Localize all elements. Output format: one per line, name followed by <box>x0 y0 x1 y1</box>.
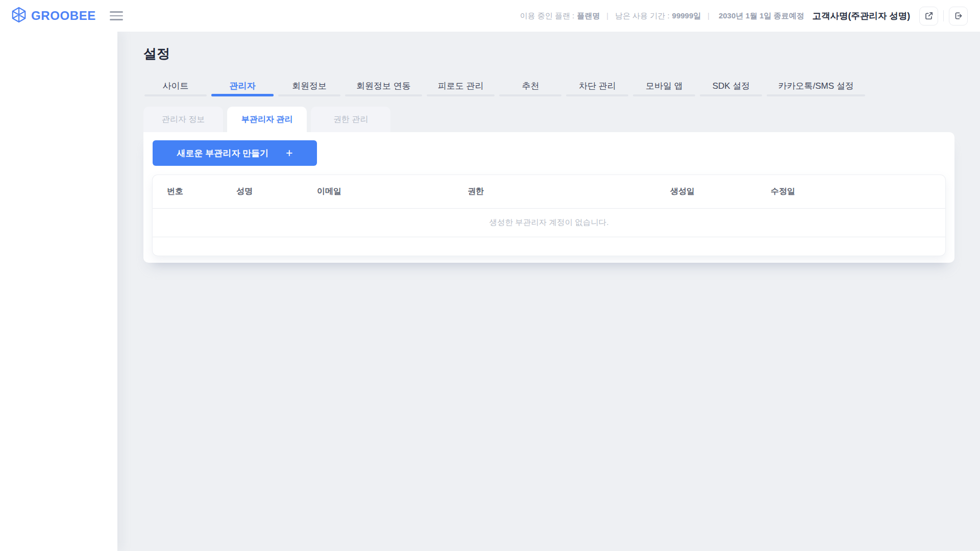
separator: | <box>606 12 608 20</box>
external-link-button[interactable] <box>919 7 938 26</box>
brand-logo[interactable]: GROOBEE <box>11 7 96 25</box>
tab-kakao-sms[interactable]: 카카오톡/SMS 설정 <box>766 75 866 96</box>
tab-member-sync[interactable]: 회원정보 연동 <box>344 75 423 96</box>
top-header: GROOBEE 이용 중인 플랜 : 플랜명 | 남은 사용 기간 : 9999… <box>0 0 980 32</box>
brand-wordmark: GROOBEE <box>31 9 96 23</box>
hamburger-menu-icon[interactable] <box>110 11 123 20</box>
subadmin-table: 번호 성명 이메일 권한 생성일 수정일 생성한 부관리자 계정이 없습니다. <box>153 175 945 256</box>
plus-icon: + <box>286 147 292 159</box>
table-empty-message: 생성한 부관리자 계정이 없습니다. <box>153 209 945 237</box>
table-header-row: 번호 성명 이메일 권한 생성일 수정일 <box>153 175 945 209</box>
plan-value: 플랜명 <box>577 11 600 21</box>
tab-fatigue[interactable]: 피로도 관리 <box>426 75 496 96</box>
column-header-email: 이메일 <box>317 186 468 197</box>
left-sidebar <box>0 32 117 551</box>
subtab-subadmin-manage[interactable]: 부관리자 관리 <box>227 107 307 132</box>
expiry-value: 2030년 1월 1일 종료예정 <box>719 11 804 21</box>
main-content: 설정 사이트 관리자 회원정보 회원정보 연동 피로도 관리 추천 차단 관리 … <box>117 32 980 551</box>
column-header-name: 성명 <box>236 186 317 197</box>
topbar-right: 이용 중인 플랜 : 플랜명 | 남은 사용 기간 : 99999일 | 203… <box>520 7 968 26</box>
subadmin-panel: 새로운 부관리자 만들기 + 번호 성명 이메일 권한 생성일 수정일 생성한 … <box>143 132 954 263</box>
page-title: 설정 <box>143 45 954 63</box>
tab-member-info[interactable]: 회원정보 <box>277 75 341 96</box>
create-subadmin-label: 새로운 부관리자 만들기 <box>177 147 268 159</box>
column-header-created: 생성일 <box>670 186 771 197</box>
table-footer-row <box>153 237 945 256</box>
tab-site[interactable]: 사이트 <box>143 75 208 96</box>
duration-value: 99999일 <box>672 11 701 21</box>
column-header-modified: 수정일 <box>771 186 945 197</box>
logout-icon <box>954 11 963 20</box>
tab-recommend[interactable]: 추천 <box>498 75 562 96</box>
groobee-hexagon-icon <box>11 7 27 25</box>
column-header-number: 번호 <box>167 186 236 197</box>
logout-button[interactable] <box>949 7 968 26</box>
tab-admin[interactable]: 관리자 <box>210 75 275 96</box>
settings-tab-bar: 사이트 관리자 회원정보 회원정보 연동 피로도 관리 추천 차단 관리 모바일… <box>143 75 954 96</box>
subtab-permission[interactable]: 권한 관리 <box>311 107 390 132</box>
tab-mobile-app[interactable]: 모바일 앱 <box>632 75 696 96</box>
user-name: 고객사명(주관리자 성명) <box>812 10 910 22</box>
separator: | <box>707 12 709 20</box>
plan-info: 이용 중인 플랜 : 플랜명 | 남은 사용 기간 : 99999일 | 203… <box>520 11 804 21</box>
external-link-icon <box>924 11 934 20</box>
create-subadmin-button[interactable]: 새로운 부관리자 만들기 + <box>153 140 317 166</box>
column-header-permission: 권한 <box>468 186 670 197</box>
subtab-admin-info[interactable]: 관리자 정보 <box>143 107 223 132</box>
duration-label: 남은 사용 기간 : <box>615 11 670 21</box>
tab-sdk[interactable]: SDK 설정 <box>699 75 763 96</box>
tab-block[interactable]: 차단 관리 <box>565 75 629 96</box>
plan-label: 이용 중인 플랜 : <box>520 11 575 21</box>
header-divider <box>943 10 944 21</box>
admin-subtab-bar: 관리자 정보 부관리자 관리 권한 관리 <box>143 107 954 132</box>
